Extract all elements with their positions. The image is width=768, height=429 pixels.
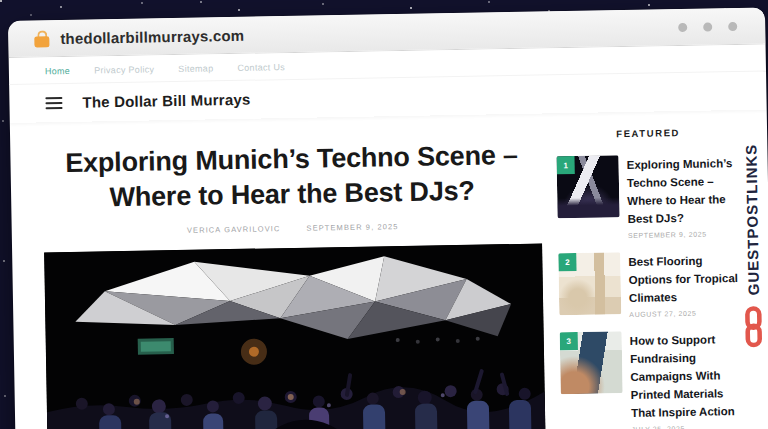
featured-item-title: How to Support Fundraising Campaigns Wit… (630, 333, 735, 419)
window-control-dot[interactable] (728, 22, 737, 31)
rank-badge: 2 (558, 253, 576, 271)
url-field[interactable]: thedollarbillmurrays.com (60, 26, 244, 46)
thumbnail-techno-club: 1 (556, 155, 619, 218)
lock-icon (34, 30, 49, 47)
rank-badge: 1 (556, 156, 574, 174)
nav-link-privacy-policy[interactable]: Privacy Policy (94, 64, 154, 75)
rank-badge: 3 (560, 332, 578, 350)
thumbnail-printed-brochure: 3 (560, 331, 623, 394)
window-control-dot[interactable] (703, 22, 712, 31)
article-author[interactable]: VERICA GAVRILOVIC (187, 224, 281, 235)
featured-item-title: Exploring Munich’s Techno Scene – Where … (627, 157, 733, 225)
article-date: SEPTEMBER 9, 2025 (306, 222, 398, 233)
nav-link-sitemap[interactable]: Sitemap (178, 63, 213, 74)
browser-window: thedollarbillmurrays.com Home Privacy Po… (8, 8, 768, 429)
site-title[interactable]: The Dollar Bill Murrays (82, 91, 250, 111)
featured-item-1[interactable]: 1 Exploring Munich’s Techno Scene – Wher… (556, 153, 741, 240)
featured-heading: FEATURED (556, 126, 740, 140)
nav-link-contact-us[interactable]: Contact Us (237, 62, 285, 73)
thumbnail-interior-room: 2 (558, 252, 621, 315)
featured-item-date: JULY 25, 2025 (631, 424, 745, 429)
article: Exploring Munich’s Techno Scene – Where … (42, 124, 548, 429)
window-control-dot[interactable] (678, 23, 687, 32)
featured-sidebar: FEATURED 1 Exploring Munich’s Techno Sce… (556, 120, 748, 429)
nav-link-home[interactable]: Home (45, 66, 70, 76)
main-content: Exploring Munich’s Techno Scene – Where … (10, 110, 768, 429)
featured-item-2[interactable]: 2 Best Flooring Options for Tropical Cli… (558, 250, 743, 319)
guestpostlinks-label: GUESTPOSTLINKS (742, 144, 762, 296)
featured-item-date: SEPTEMBER 9, 2025 (628, 230, 742, 239)
featured-item-date: AUGUST 27, 2025 (629, 309, 743, 318)
article-title: Exploring Munich’s Techno Scene – Where … (42, 138, 541, 216)
article-image-techno-club (44, 244, 546, 429)
guestpostlinks-watermark: GUESTPOSTLINKS (736, 144, 768, 348)
window-controls[interactable] (678, 22, 737, 32)
chain-link-icon (742, 305, 765, 347)
hamburger-menu-icon[interactable] (45, 97, 62, 109)
article-byline: VERICA GAVRILOVIC SEPTEMBER 9, 2025 (44, 220, 542, 238)
featured-item-title: Best Flooring Options for Tropical Clima… (628, 255, 738, 304)
featured-item-3[interactable]: 3 How to Support Fundraising Campaigns W… (560, 329, 746, 429)
